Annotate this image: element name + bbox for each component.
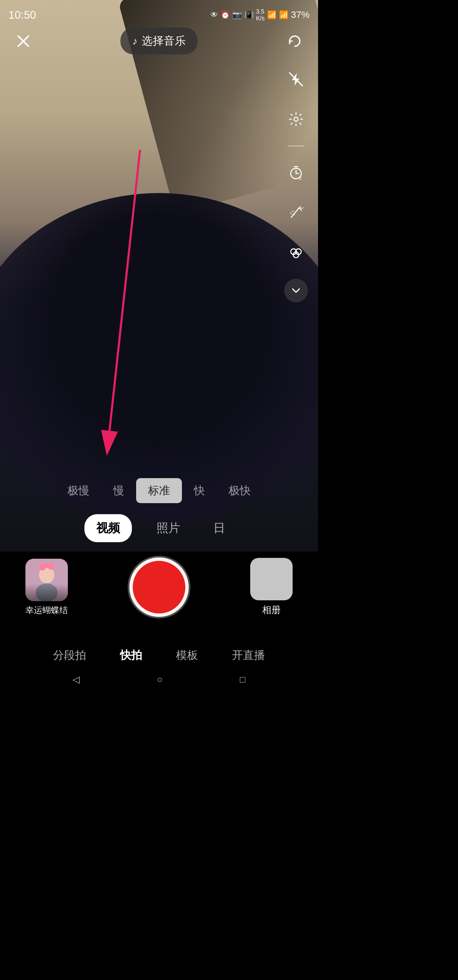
timer-button[interactable]: 3 — [282, 159, 310, 186]
mode-day[interactable]: 日 — [205, 514, 234, 542]
effects-button[interactable] — [282, 199, 310, 226]
home-button[interactable]: ○ — [157, 674, 162, 685]
divider — [288, 146, 304, 146]
battery-status: 37% — [291, 9, 310, 20]
beauty-button[interactable] — [282, 239, 310, 266]
filter-thumbnail[interactable] — [25, 559, 68, 601]
nav-segment[interactable]: 分段拍 — [49, 644, 90, 666]
vibrate-icon: 📳 — [244, 10, 254, 20]
recents-button[interactable]: □ — [240, 674, 246, 685]
settings-button[interactable] — [282, 106, 310, 133]
speed-normal[interactable]: 标准 — [136, 478, 182, 503]
speed-fast[interactable]: 快 — [182, 478, 217, 503]
speed-icon: 3.5K/s — [256, 8, 265, 22]
flip-camera-button[interactable] — [282, 28, 307, 54]
svg-text:3: 3 — [299, 176, 302, 181]
speed-slow[interactable]: 慢 — [101, 478, 136, 503]
status-time: 10:50 — [8, 8, 36, 22]
status-bar: 10:50 👁 ⏰ 📷 📳 3.5K/s 📶 📶 37% — [0, 0, 318, 25]
shutter-button[interactable] — [129, 557, 189, 617]
wifi-icon: 📶 — [267, 10, 276, 20]
nav-quick-shoot[interactable]: 快拍 — [116, 644, 146, 666]
camera-icon: 📷 — [232, 10, 242, 20]
mode-selector: 视频 照片 日 — [0, 507, 318, 549]
alarm-icon: ⏰ — [221, 10, 230, 20]
speed-selector: 极慢 慢 标准 快 极快 — [0, 470, 318, 507]
mode-photo[interactable]: 照片 — [145, 514, 192, 542]
top-controls: ♪ 选择音乐 — [0, 28, 318, 54]
filter-preview-container: 幸运蝴蝶结 — [25, 559, 68, 616]
signal-icon: 📶 — [279, 10, 288, 20]
music-select-button[interactable]: ♪ 选择音乐 — [120, 28, 198, 54]
shutter-row: 幸运蝴蝶结 相册 — [0, 549, 318, 621]
nav-live[interactable]: 开直播 — [228, 644, 269, 666]
mode-video[interactable]: 视频 — [84, 514, 132, 542]
back-button[interactable]: ◁ — [73, 674, 80, 685]
more-options-button[interactable] — [284, 279, 308, 302]
album-button[interactable] — [250, 558, 293, 600]
svg-point-5 — [294, 117, 298, 121]
right-controls: 3 — [282, 66, 310, 302]
bottom-nav: 分段拍 快拍 模板 开直播 — [0, 637, 318, 670]
album-label: 相册 — [250, 604, 293, 616]
camera-viewfinder — [0, 0, 318, 552]
speed-very-slow[interactable]: 极慢 — [56, 478, 101, 503]
svg-point-17 — [44, 563, 49, 568]
nav-template[interactable]: 模板 — [172, 644, 202, 666]
album-container: 相册 — [250, 558, 293, 616]
eye-icon: 👁 — [210, 11, 218, 20]
flash-toggle-button[interactable] — [282, 66, 310, 93]
music-icon: ♪ — [132, 35, 137, 47]
system-nav-bar: ◁ ○ □ — [0, 670, 318, 689]
filter-name: 幸运蝴蝶结 — [25, 605, 68, 616]
music-label: 选择音乐 — [142, 34, 186, 48]
bottom-area: 极慢 慢 标准 快 极快 视频 照片 日 — [0, 470, 318, 621]
close-button[interactable] — [11, 28, 36, 54]
speed-very-fast[interactable]: 极快 — [217, 478, 263, 503]
status-icons: 👁 ⏰ 📷 📳 3.5K/s 📶 📶 37% — [210, 8, 310, 22]
